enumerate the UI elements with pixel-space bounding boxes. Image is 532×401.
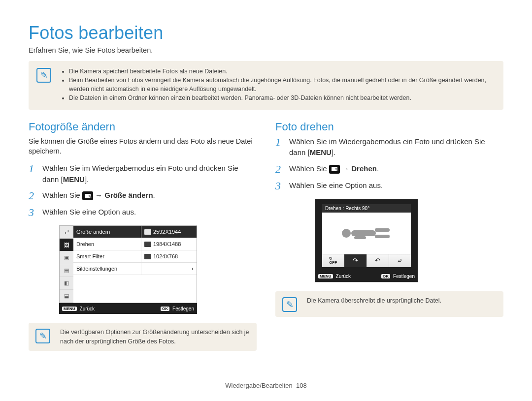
- menu-chip: MENU: [318, 274, 333, 278]
- step-row: 1 Wählen Sie im Wiedergabemodus ein Foto…: [29, 163, 257, 185]
- footer-back: Zurück: [336, 274, 351, 279]
- step-text: Wählen Sie eine Option aus.: [42, 207, 136, 218]
- footer-page-number: 108: [296, 382, 307, 389]
- step-row: 2 Wählen Sie → Drehen.: [275, 163, 503, 175]
- edit-image-icon: [82, 191, 93, 200]
- rotate-note-text: Die Kamera überschreibt die ursprünglich…: [307, 296, 441, 305]
- rotate-footer: MENU Zurück OK Festlegen: [315, 271, 418, 282]
- top-note-box: ✎ Die Kamera speichert bearbeitete Fotos…: [29, 61, 503, 110]
- cam-side-icon: ▣: [60, 251, 73, 264]
- rotate-title: Drehen : Rechts 90°: [322, 204, 411, 213]
- cam-side-icon: 🖼: [60, 239, 73, 251]
- ok-chip: OK: [161, 307, 169, 311]
- cam-blank: [73, 275, 197, 303]
- top-note-item: Die Dateien in einem Ordner können einze…: [69, 93, 496, 102]
- ok-chip: OK: [381, 274, 390, 278]
- svg-rect-3: [375, 235, 390, 238]
- rotate-off-button[interactable]: ↻OFF: [322, 254, 344, 267]
- cam-row-value: 1984X1488: [141, 238, 197, 250]
- lead-resize: Sie können die Größe eines Fotos ändern …: [29, 136, 257, 156]
- step-text: Wählen Sie im Wiedergabemodus ein Foto u…: [289, 136, 503, 158]
- heading-resize: Fotogröße ändern: [29, 121, 257, 133]
- step-text: Wählen Sie im Wiedergabemodus ein Foto u…: [42, 163, 257, 185]
- rotate-180-button[interactable]: ⤾: [389, 254, 411, 267]
- cam-row-value: 1024X768: [141, 250, 197, 263]
- menu-chip: MENU: [62, 307, 77, 311]
- step-target: Größe ändern: [104, 191, 153, 199]
- step-number: 1: [275, 136, 284, 148]
- cam-footer: MENU Zurück OK Festlegen: [59, 303, 197, 314]
- steps-rotate: 1 Wählen Sie im Wiedergabemodus ein Foto…: [275, 136, 503, 192]
- step-number: 3: [275, 180, 284, 192]
- steps-resize: 1 Wählen Sie im Wiedergabemodus ein Foto…: [29, 163, 257, 218]
- step-text: Wählen Sie → Drehen.: [289, 163, 379, 175]
- cam-side-icon: ⇄: [60, 226, 73, 239]
- svg-point-0: [342, 229, 351, 238]
- step-row: 1 Wählen Sie im Wiedergabemodus ein Foto…: [275, 136, 503, 158]
- top-note-item: Beim Bearbeiten von Fotos verringert die…: [69, 76, 496, 93]
- cam-row-label: Smart Filter: [73, 250, 141, 263]
- footer-ok: Festlegen: [393, 274, 415, 279]
- cam-sidebar: ⇄ 🖼 ▣ ▤ ◧ ⬓: [60, 226, 73, 303]
- camera-rotate-screenshot: Drehen : Rechts 90° ↻OFF: [315, 199, 418, 282]
- resize-note-text: Die verfügbaren Optionen zur Größenänder…: [60, 328, 250, 345]
- cam-row: Smart Filter 1024X768: [73, 250, 197, 263]
- step-number: 2: [275, 163, 284, 175]
- rotate-right-button[interactable]: ↷: [344, 254, 366, 267]
- cam-row-value: 2592X1944: [141, 226, 197, 238]
- page-title: Fotos bearbeiten: [29, 23, 503, 43]
- svg-rect-4: [354, 236, 366, 239]
- step-row: 2 Wählen Sie → Größe ändern.: [29, 190, 257, 202]
- resolution-icon: [144, 229, 151, 235]
- top-note-list: Die Kamera speichert bearbeitete Fotos a…: [61, 67, 496, 103]
- heading-rotate: Foto drehen: [275, 121, 503, 133]
- cam-side-icon: ◧: [60, 277, 73, 290]
- rotate-left-button[interactable]: ↶: [367, 254, 389, 267]
- top-note-item: Die Kamera speichert bearbeitete Fotos a…: [69, 67, 496, 76]
- footer-ok: Festlegen: [172, 306, 194, 311]
- step-number: 1: [29, 163, 37, 175]
- cam-row-label: Größe ändern: [73, 226, 141, 238]
- col-rotate: Foto drehen 1 Wählen Sie im Wiedergabemo…: [275, 121, 503, 362]
- svg-rect-2: [375, 228, 390, 232]
- note-icon: ✎: [282, 297, 297, 312]
- note-icon: ✎: [35, 329, 50, 343]
- note-icon: ✎: [36, 68, 51, 83]
- cam-row-label: Bildeinstellungen: [73, 263, 141, 275]
- cam-row: Größe ändern 2592X1944: [73, 226, 197, 238]
- step-row: 3 Wählen Sie eine Option aus.: [29, 207, 257, 218]
- page-subtitle: Erfahren Sie, wie Sie Fotos bearbeiten.: [29, 46, 503, 54]
- cam-row-label: Drehen: [73, 238, 141, 250]
- cam-side-icon: ⬓: [60, 290, 73, 303]
- cam-side-icon: ▤: [60, 264, 73, 277]
- step-number: 2: [29, 190, 37, 202]
- rotate-note-box: ✎ Die Kamera überschreibt die ursprüngli…: [275, 291, 503, 317]
- col-resize: Fotogröße ändern Sie können die Größe ei…: [29, 121, 257, 362]
- cam-row-arrow: ›: [141, 263, 197, 275]
- resolution-icon: [144, 254, 151, 259]
- cam-row: Drehen 1984X1488: [73, 238, 197, 250]
- svg-rect-1: [351, 230, 376, 236]
- step-target: Drehen: [351, 164, 377, 173]
- step-row: 3 Wählen Sie eine Option aus.: [275, 180, 503, 192]
- person-lying-icon: [339, 223, 394, 243]
- cam-menu: Größe ändern 2592X1944 Drehen 1984X1488 …: [73, 226, 197, 303]
- menu-button-label: MENU: [310, 148, 332, 156]
- cam-row: Bildeinstellungen ›: [73, 263, 197, 275]
- page-footer: Wiedergabe/Bearbeiten 108: [0, 382, 532, 389]
- rotate-buttons: ↻OFF ↷ ↶ ⤾: [322, 254, 411, 267]
- resolution-icon: [144, 242, 151, 247]
- rotate-preview-illustration: [322, 213, 411, 254]
- edit-image-icon: [329, 165, 340, 174]
- step-text: Wählen Sie → Größe ändern.: [42, 190, 155, 201]
- menu-button-label: MENU: [63, 175, 85, 184]
- footer-section: Wiedergabe/Bearbeiten: [225, 382, 293, 389]
- resize-note-box: ✎ Die verfügbaren Optionen zur Größenänd…: [29, 323, 257, 350]
- camera-resize-screenshot: ⇄ 🖼 ▣ ▤ ◧ ⬓ Größe ändern 2592X1944 D: [59, 225, 197, 314]
- step-text: Wählen Sie eine Option aus.: [289, 180, 383, 191]
- step-number: 3: [29, 207, 37, 218]
- footer-back: Zurück: [80, 306, 95, 311]
